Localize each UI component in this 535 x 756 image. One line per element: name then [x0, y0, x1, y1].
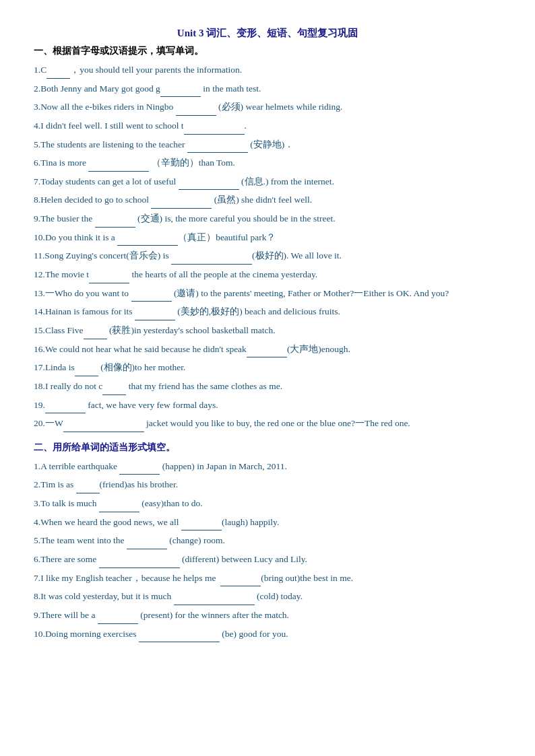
q7: 7.Today students can get a lot of useful… — [34, 173, 501, 191]
blank — [88, 162, 149, 172]
blank — [119, 465, 160, 475]
s2q5: 5.The team went into the (change) room. — [34, 532, 501, 549]
blank — [95, 218, 135, 228]
blank — [127, 540, 167, 549]
blank — [220, 577, 261, 586]
blank — [139, 633, 220, 642]
q10: 10.Do you think it is a （真正）beautiful pa… — [34, 229, 501, 246]
s2q2: 2.Tim is as (friend)as his brother. — [34, 476, 501, 493]
q20: 20.一W jacket would you like to buy, the … — [34, 415, 501, 432]
q18: 18.I really do not c that my friend has … — [34, 378, 501, 395]
s2q10: 10.Doing morning exercises (be) good for… — [34, 625, 501, 643]
s2q6: 6.There are some (different) between Luc… — [34, 551, 501, 568]
blank — [45, 404, 86, 413]
q9: 9.The busier the (交通) is, the more caref… — [34, 210, 501, 228]
q12: 12.The movie t the hearts of all the peo… — [34, 266, 501, 283]
blank — [176, 106, 216, 116]
s2q4: 4.When we heard the good news, we all (l… — [34, 514, 501, 531]
q8: 8.Helen decided to go to school (虽然) she… — [34, 191, 501, 209]
q16: 16.We could not hear what he said becaus… — [34, 341, 501, 358]
s2q1: 1.A terrible earthquake (happen) in Japa… — [34, 458, 501, 475]
blank — [160, 88, 201, 97]
q19: 19. fact, we have very few formal days. — [34, 397, 501, 414]
blank — [174, 596, 255, 605]
blank — [247, 348, 287, 357]
q14: 14.Hainan is famous for its (美妙的,极好的) be… — [34, 303, 501, 320]
blank — [46, 69, 70, 79]
blank — [98, 615, 138, 624]
blank — [151, 199, 212, 209]
q1: 1.C，you should tell your parents the inf… — [34, 61, 501, 79]
s2q3: 3.To talk is much (easy)than to do. — [34, 495, 501, 512]
blank — [135, 311, 175, 320]
s2q9: 9.There will be a (present) for the winn… — [34, 607, 501, 624]
q13: 13.一Who do you want to (邀请) to the paren… — [34, 285, 501, 302]
blank — [89, 274, 129, 283]
s2q8: 8.It was cold yesterday, but it is much … — [34, 588, 501, 605]
section1-questions: 1.C，you should tell your parents the inf… — [34, 61, 501, 432]
blank — [99, 559, 180, 568]
q3: 3.Now all the e-bikes riders in Ningbo (… — [34, 98, 501, 116]
s2q7: 7.I like my English teacher，because he h… — [34, 570, 501, 587]
blank — [131, 292, 172, 302]
blank — [75, 367, 98, 376]
blank — [184, 125, 245, 135]
q6: 6.Tina is more （辛勤的）than Tom. — [34, 154, 501, 172]
q5: 5.The students are listening to the teac… — [34, 136, 501, 153]
q15: 15.Class Five (获胜)in yesterday's school … — [34, 322, 501, 339]
blank — [181, 521, 222, 530]
blank — [102, 386, 126, 395]
page-title: Unit 3 词汇、变形、短语、句型复习巩固 — [34, 27, 501, 40]
blank — [179, 180, 239, 190]
q4: 4.I didn't feel well. I still went to sc… — [34, 117, 501, 135]
blank — [76, 484, 100, 493]
blank — [63, 423, 144, 432]
blank — [117, 236, 178, 246]
q17: 17.Linda is (相像的)to her mother. — [34, 359, 501, 376]
blank — [99, 503, 139, 512]
q11: 11.Song Zuying's concert(音乐会) is (极好的). … — [34, 247, 501, 265]
section1-header: 一、根据首字母或汉语提示，填写单词。 — [34, 45, 501, 57]
section2-header: 二、用所给单词的适当形式填空。 — [34, 442, 501, 454]
section2-questions: 1.A terrible earthquake (happen) in Japa… — [34, 458, 501, 642]
blank — [171, 255, 252, 265]
blank — [187, 143, 248, 153]
q2: 2.Both Jenny and Mary got good g in the … — [34, 80, 501, 98]
blank — [84, 330, 107, 339]
